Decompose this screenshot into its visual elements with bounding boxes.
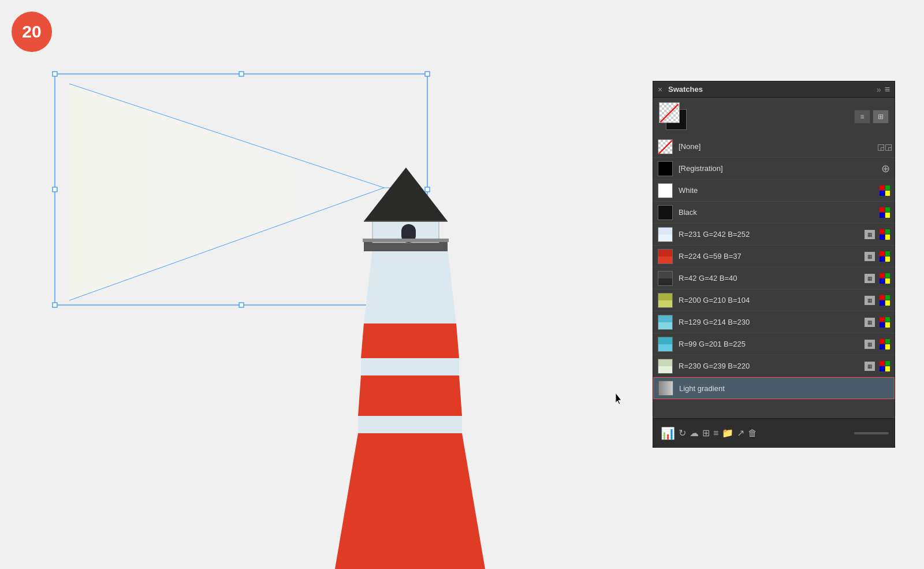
svg-rect-8: [425, 187, 430, 192]
svg-rect-25: [363, 239, 449, 242]
white-cmyk-icon: [880, 185, 890, 196]
add-used-colors-button[interactable]: ↻: [677, 426, 688, 440]
swatch-r99-preview: [658, 337, 673, 352]
swatch-r129[interactable]: R=129 G=214 B=230 ▦: [653, 311, 895, 333]
swatch-r224-preview: [658, 249, 673, 264]
swatch-white-label: White: [679, 186, 877, 195]
svg-rect-7: [53, 187, 57, 192]
list-view-button[interactable]: ≡: [854, 110, 870, 124]
swatch-none[interactable]: [None] ◲: [653, 136, 895, 158]
svg-rect-17: [361, 358, 459, 375]
swatch-r230-label: R=230 G=239 B=220: [679, 362, 865, 370]
swatch-r224[interactable]: R=224 G=59 B=37 ▦: [653, 246, 895, 267]
swatch-r230[interactable]: R=230 G=239 B=220 ▦: [653, 355, 895, 377]
move-to-group-button[interactable]: ↗: [735, 426, 746, 440]
r231-spot-icon: ▦: [865, 230, 875, 239]
swatch-reg-label: [Registration]: [679, 164, 881, 173]
svg-marker-0: [69, 84, 384, 300]
svg-marker-14: [335, 433, 485, 569]
color-preview-boxes: [659, 102, 691, 131]
view-buttons: ≡ ⊞: [854, 110, 889, 124]
swatch-r129-label: R=129 G=214 B=230: [679, 318, 865, 326]
r42-cmyk-icon: [880, 273, 890, 284]
swatch-r200[interactable]: R=200 G=210 B=104 ▦: [653, 289, 895, 311]
swatch-r230-preview: [658, 359, 673, 374]
none-slash: [660, 103, 679, 122]
svg-rect-6: [425, 72, 430, 76]
step-badge: 20: [12, 12, 52, 52]
none-type-icon: ◲: [880, 142, 890, 152]
swatch-gradient-label: Light gradient: [679, 384, 889, 393]
svg-marker-16: [358, 375, 462, 416]
swatch-light-gradient[interactable]: Light gradient: [653, 377, 895, 399]
cursor: [613, 393, 625, 404]
swatch-r42-label: R=42 G=42 B=40: [679, 274, 865, 282]
svg-rect-5: [239, 72, 244, 76]
swatch-none-label: [None]: [679, 142, 880, 151]
r200-cmyk-icon: [880, 295, 890, 306]
swatch-r99-label: R=99 G=201 B=225: [679, 340, 865, 348]
swatch-r231-preview: [658, 227, 673, 242]
color-swatch-options-button[interactable]: ≡: [711, 426, 720, 440]
r231-cmyk-icon: [880, 229, 890, 240]
svg-rect-15: [358, 416, 462, 433]
fill-front-box[interactable]: [659, 102, 680, 123]
swatch-white-preview: [658, 183, 673, 198]
swatches-panel: × Swatches » ≡ ≡ ⊞: [653, 81, 895, 448]
svg-rect-9: [53, 303, 57, 307]
swatch-r129-preview: [658, 315, 673, 330]
swatch-black-preview: [658, 205, 673, 220]
r99-spot-icon: ▦: [865, 340, 875, 349]
double-arrow: »: [877, 85, 881, 94]
svg-rect-4: [53, 72, 57, 76]
swatch-reg-preview: [658, 161, 673, 176]
panel-titlebar: × Swatches » ≡: [653, 81, 895, 98]
close-button[interactable]: ×: [658, 85, 666, 94]
panel-title-right: » ≡: [877, 84, 890, 95]
swatch-black-label: Black: [679, 208, 877, 217]
swatch-r42[interactable]: R=42 G=42 B=40 ▦: [653, 267, 895, 289]
r230-spot-icon: ▦: [865, 362, 875, 371]
step-number: 20: [22, 22, 41, 42]
add-folder-button[interactable]: 📁: [720, 426, 735, 440]
r230-cmyk-icon: [880, 361, 890, 371]
reg-type-icon: ⊕: [881, 162, 890, 175]
r129-cmyk-icon: [880, 317, 890, 328]
swatches-list[interactable]: [None] ◲ [Registration] ⊕ White Black R=…: [653, 136, 895, 418]
add-color-group-button[interactable]: ☁: [688, 426, 701, 440]
r224-cmyk-icon: [880, 251, 890, 262]
swatch-r231-label: R=231 G=242 B=252: [679, 230, 865, 239]
panel-menu-button[interactable]: ≡: [885, 84, 890, 95]
swatch-r224-label: R=224 G=59 B=37: [679, 252, 865, 261]
svg-rect-10: [239, 303, 244, 307]
swatch-registration[interactable]: [Registration] ⊕: [653, 158, 895, 180]
panel-title-left: × Swatches: [658, 85, 703, 94]
canvas-area: [0, 0, 488, 569]
swatch-libraries-button[interactable]: 📊: [659, 425, 677, 442]
svg-marker-19: [364, 248, 456, 323]
delete-swatch-button[interactable]: 🗑: [746, 426, 759, 440]
r99-cmyk-icon: [880, 339, 890, 349]
panel-title: Swatches: [668, 85, 703, 94]
svg-marker-18: [361, 323, 459, 358]
r129-spot-icon: ▦: [865, 318, 875, 327]
swatch-r42-preview: [658, 271, 673, 286]
swatch-r99[interactable]: R=99 G=201 B=225 ▦: [653, 333, 895, 355]
toolbar-right: [759, 432, 889, 434]
canvas-svg: [0, 0, 488, 569]
grid-view-button[interactable]: ⊞: [873, 110, 889, 124]
black-cmyk-icon: [880, 207, 890, 218]
swatch-black[interactable]: Black: [653, 202, 895, 224]
panel-toolbar: 📊 ↻ ☁ ⊞ ≡ 📁 ↗ 🗑: [653, 418, 895, 447]
r42-spot-icon: ▦: [865, 274, 875, 283]
swatch-r231[interactable]: R=231 G=242 B=252 ▦: [653, 224, 895, 246]
svg-marker-23: [364, 168, 448, 221]
new-color-swatch-button[interactable]: ⊞: [701, 426, 711, 440]
swatch-none-preview: [658, 139, 673, 154]
scroll-indicator: [854, 432, 889, 434]
r224-spot-icon: ▦: [865, 252, 875, 261]
swatch-gradient-preview: [658, 381, 673, 396]
swatch-white[interactable]: White: [653, 180, 895, 202]
swatch-r200-label: R=200 G=210 B=104: [679, 296, 865, 304]
r200-spot-icon: ▦: [865, 296, 875, 305]
